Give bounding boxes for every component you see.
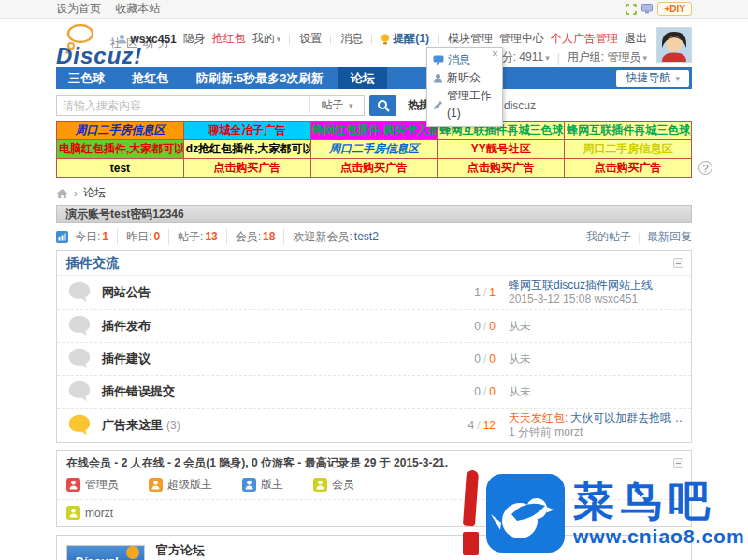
lastpost-meta: 1 分钟前 morzt (509, 425, 682, 439)
ad-slot[interactable]: 周口二手房信息区 (57, 122, 184, 140)
display-mode-icon[interactable] (641, 4, 653, 14)
group-legend: 管理员 超级版主 版主 会员 (57, 473, 691, 500)
forum-bubble-icon[interactable] (66, 379, 93, 405)
ad-slot[interactable]: 点击购买广告 (183, 159, 310, 178)
notice-link[interactable]: 提醒(1) (393, 31, 429, 47)
help-icon[interactable]: ? (698, 161, 712, 175)
messages-link[interactable]: 消息 (340, 31, 363, 47)
chevron-down-icon: ▾ (545, 53, 550, 63)
nav-item-antirefresh[interactable]: 防刷新:5秒最多3次刷新 (184, 67, 336, 89)
lastpost-title-link[interactable]: 蜂网互联discuz插件网站上线 (509, 279, 653, 292)
user-icon (117, 34, 127, 44)
quick-nav-button[interactable]: 快捷导航 ▾ (616, 70, 689, 87)
redpacket-link[interactable]: 抢红包 (212, 31, 246, 47)
search-scope-select[interactable]: 帖子 ▾ (309, 97, 364, 113)
discuz-banner[interactable]: Discuz! (66, 545, 145, 560)
site-header: 社区动力 Discuz! wsxc451 隐身 抢红包 我的▾ 设置 消息 提醒… (56, 19, 692, 67)
hot-search-link[interactable]: discuz (504, 99, 536, 112)
stat-yesterday: 昨日:0 (117, 229, 168, 245)
usergroup-link[interactable]: 用户组: 管理员 (568, 50, 641, 65)
menu-item-new-listeners[interactable]: 新听众 (433, 69, 496, 87)
category-title-link[interactable]: 插件交流 (66, 255, 119, 270)
forum-lastpost: 从未 (509, 385, 682, 399)
ad-slot[interactable]: test (57, 159, 184, 178)
ad-slot[interactable]: 点击购买广告 (565, 159, 692, 178)
lastpost-meta: 2015-3-12 15:08 wsxc451 (509, 293, 682, 307)
newest-member-link[interactable]: test2 (354, 230, 379, 243)
ad-slot[interactable]: 周口二手房信息区 (565, 140, 692, 159)
forum-link[interactable]: 插件错误提交 (102, 383, 175, 400)
divider (330, 35, 331, 44)
lastpost-title-link[interactable]: 大伙可以加群去抢哦 … (570, 411, 682, 424)
legend-admin: 管理员 (66, 477, 119, 493)
forum-stats: 4/12 (436, 419, 496, 432)
avatar[interactable] (656, 27, 692, 63)
top-utility-bar: 设为首页 收藏本站 +DIY (0, 0, 748, 19)
forum-link[interactable]: 插件建议 (102, 351, 151, 367)
official-forum-link[interactable]: 官方论坛 (156, 542, 401, 559)
forum-bubble-icon[interactable] (66, 280, 93, 306)
ad-slot[interactable]: 点击购买广告 (438, 159, 565, 178)
message-icon (433, 55, 444, 65)
forum-row: 插件建议 0/0 从未 (57, 342, 691, 375)
forum-link[interactable]: 广告来这里 (102, 417, 163, 434)
latest-replies-link[interactable]: 最新回复 (647, 229, 692, 245)
ad-slot[interactable]: 点击购买广告 (310, 159, 438, 178)
pencil-icon (433, 100, 443, 110)
ad-slot[interactable]: YY靓号社区 (438, 140, 565, 159)
forum-bubble-icon-new[interactable] (66, 412, 93, 438)
divider: | (557, 51, 560, 65)
ad-slot[interactable]: 蜂网互联插件再城三色球购买 (565, 122, 692, 140)
notice-dropdown: × 消息 新听众 管理工作(1) (426, 47, 503, 127)
ad-slot[interactable]: 电脑红包插件,大家都可以发红包 (57, 140, 184, 159)
breadcrumb-forum-link[interactable]: 论坛 (83, 185, 106, 201)
forum-category-box: 插件交流 网站公告 1/1 蜂网互联discuz插件网站上线 2015-3-12… (56, 250, 692, 443)
module-manage-link[interactable]: 模块管理 (448, 31, 493, 47)
my-menu-link[interactable]: 我的 (252, 31, 275, 47)
search-button[interactable] (369, 95, 396, 116)
user-stats-bar: 积分: 4911▾ | 用户组: 管理员▾ (491, 50, 647, 65)
admin-center-link[interactable]: 管理中心 (499, 31, 544, 47)
settings-link[interactable]: 设置 (299, 31, 322, 47)
username-link[interactable]: wsxc451 (130, 33, 176, 46)
nav-item-forum[interactable]: 论坛 (338, 67, 387, 89)
divider (371, 35, 372, 44)
forum-row: 插件发布 0/0 从未 (57, 309, 691, 342)
set-homepage-link[interactable]: 设为首页 (56, 2, 101, 15)
ad-slot[interactable]: 周口二手房信息区 (310, 140, 438, 159)
ad-slot[interactable]: dz抢红包插件,大家都可以发红包 (183, 140, 310, 159)
diy-button[interactable]: +DIY (657, 2, 692, 16)
ad-slot[interactable]: 蜂网红包插件,购买卡入插件 (310, 122, 438, 140)
bookmark-link[interactable]: 收藏本站 (115, 2, 160, 15)
stat-today: 今日:1 (75, 229, 117, 245)
nav-item-sanseqiu[interactable]: 三色球 (56, 67, 117, 89)
search-input[interactable] (57, 97, 309, 114)
fullscreen-icon[interactable] (626, 4, 637, 15)
personal-ad-manage-link[interactable]: 个人广告管理 (551, 31, 618, 47)
bulb-icon (381, 34, 390, 45)
menu-item-admin-work[interactable]: 管理工作(1) (433, 87, 496, 122)
close-icon[interactable]: × (492, 48, 498, 61)
forum-stats: 0/0 (436, 352, 496, 366)
menu-item-messages[interactable]: 消息 (433, 51, 496, 69)
logout-link[interactable]: 退出 (625, 31, 647, 47)
lastpost-hot-prefix: 天天发红包: (509, 411, 568, 424)
nav-item-redpacket[interactable]: 抢红包 (120, 67, 180, 89)
chevron-down-icon: ▾ (349, 101, 353, 110)
forum-row: 广告来这里 (3) 4/12 天天发红包:大伙可以加群去抢哦 … 1 分钟前 m… (57, 408, 691, 442)
forum-bubble-icon[interactable] (66, 313, 93, 339)
collapse-icon[interactable] (673, 458, 683, 468)
my-posts-link[interactable]: 我的帖子 (586, 229, 631, 245)
stat-newest-member: 欢迎新会员:test2 (283, 229, 386, 245)
forum-link[interactable]: 网站公告 (102, 284, 151, 301)
forum-link[interactable]: 插件发布 (102, 318, 151, 335)
chevron-down-icon: ▾ (642, 53, 647, 63)
collapse-icon[interactable] (673, 258, 683, 268)
home-icon[interactable] (56, 188, 68, 199)
logo-text: Discuz! (56, 43, 142, 69)
ad-slot[interactable]: 聊城全冶子广告 (183, 122, 310, 140)
forum-bubble-icon[interactable] (66, 346, 93, 372)
online-member-link[interactable]: morzt (85, 507, 113, 520)
stealth-link[interactable]: 隐身 (183, 31, 206, 47)
divider (438, 35, 439, 44)
